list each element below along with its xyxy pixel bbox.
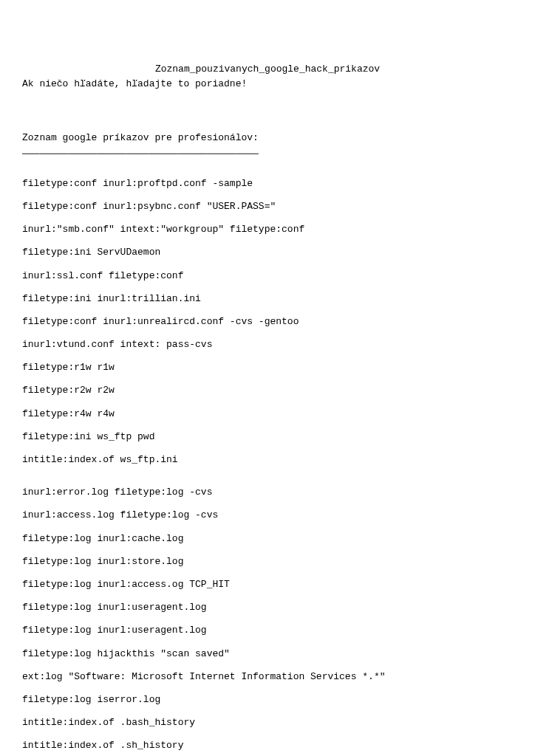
command-line: inurl:"smb.conf" intext:"workgroup" file…: [22, 223, 513, 236]
command-line: filetype:log inurl:useragent.log: [22, 601, 513, 614]
command-line: filetype:log inurl:cache.log: [22, 532, 513, 546]
command-line: intitle:index.of .sh_history: [22, 739, 513, 752]
command-line: inurl:error.log filetype:log -cvs: [22, 486, 513, 499]
command-line: filetype:conf inurl:unrealircd.conf -cvs…: [22, 315, 513, 329]
command-line: filetype:r2w r2w: [22, 384, 513, 397]
command-line: filetype:conf inurl:psybnc.conf "USER.PA…: [22, 200, 513, 213]
command-line: ext:log "Software: Microsoft Internet In…: [22, 670, 513, 684]
command-line: filetype:log inurl:access.og TCP_HIT: [22, 578, 513, 591]
command-line: filetype:log iserror.log: [22, 693, 513, 707]
section-underline: ────────────────────────────────────────…: [22, 148, 513, 161]
command-line: inurl:access.log filetype:log -cvs: [22, 509, 513, 522]
command-line: filetype:r1w r1w: [22, 361, 513, 374]
command-line: filetype:ini inurl:trillian.ini: [22, 292, 513, 306]
command-line: filetype:log inurl:store.log: [22, 555, 513, 568]
command-line: inurl:vtund.conf intext: pass-cvs: [22, 338, 513, 351]
command-line: filetype:ini ws_ftp pwd: [22, 430, 513, 444]
command-list-block-1: filetype:conf inurl:proftpd.conf -sample…: [22, 177, 513, 467]
command-line: inurl:ssl.conf filetype:conf: [22, 269, 513, 283]
document-title: Zoznam_pouzivanych_google_hack_prikazov: [22, 63, 513, 76]
block-spacer: [22, 476, 513, 486]
command-line: filetype:conf inurl:proftpd.conf -sample: [22, 177, 513, 190]
section-header: Zoznam google príkazov pre profesionálov…: [22, 131, 513, 145]
command-line: filetype:ini ServUDaemon: [22, 246, 513, 259]
command-line: filetype:log inurl:useragent.log: [22, 624, 513, 637]
command-line: intitle:index.of .bash_history: [22, 716, 513, 729]
document-subtitle: Ak niečo hľadáte, hľadajte to poriadne!: [22, 78, 513, 91]
command-line: intitle:index.of ws_ftp.ini: [22, 453, 513, 467]
command-line: filetype:r4w r4w: [22, 408, 513, 421]
command-list-block-2: inurl:error.log filetype:log -cvsinurl:a…: [22, 486, 513, 756]
command-line: filetype:log hijackthis "scan saved": [22, 647, 513, 661]
